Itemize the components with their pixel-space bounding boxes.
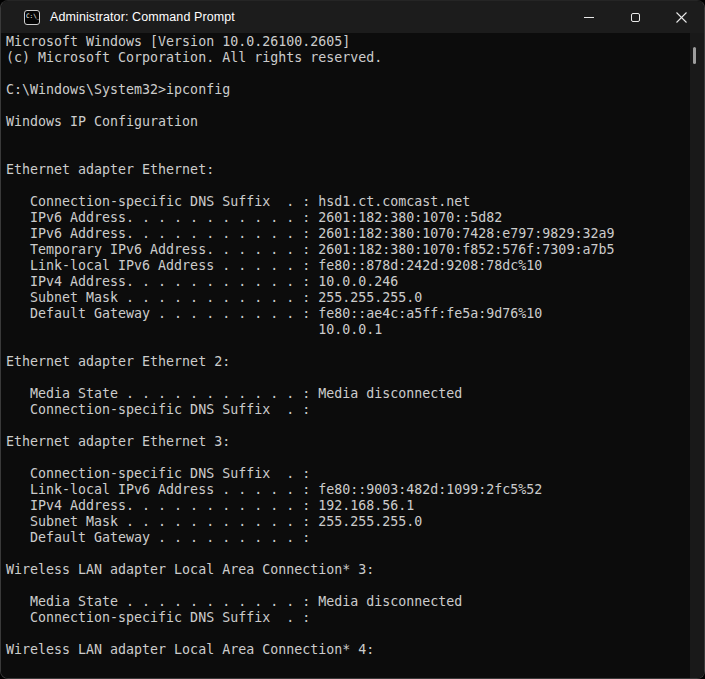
terminal-line [6, 370, 688, 386]
terminal-line [6, 146, 688, 162]
terminal-line [6, 418, 688, 434]
minimize-icon [584, 17, 594, 18]
scrollbar-thumb[interactable] [693, 47, 696, 64]
terminal-line: Subnet Mask . . . . . . . . . . . : 255.… [6, 290, 688, 306]
terminal-line: Media State . . . . . . . . . . . : Medi… [6, 594, 688, 610]
terminal-line: Windows IP Configuration [6, 114, 688, 130]
command-prompt-window: C:\_ Administrator: Command Prompt Micro… [0, 0, 705, 679]
terminal-line: Link-local IPv6 Address . . . . . : fe80… [6, 482, 688, 498]
terminal-line: Link-local IPv6 Address . . . . . : fe80… [6, 258, 688, 274]
terminal-line [6, 66, 688, 82]
terminal-output[interactable]: Microsoft Windows [Version 10.0.26100.26… [1, 33, 704, 658]
terminal-line: Ethernet adapter Ethernet: [6, 162, 688, 178]
terminal-line: Ethernet adapter Ethernet 2: [6, 354, 688, 370]
terminal-line: Wireless LAN adapter Local Area Connecti… [6, 642, 688, 658]
terminal-line: Subnet Mask . . . . . . . . . . . : 255.… [6, 514, 688, 530]
maximize-icon [631, 13, 640, 22]
cmd-icon[interactable]: C:\_ [24, 10, 40, 25]
terminal-line: Temporary IPv6 Address. . . . . . : 2601… [6, 242, 688, 258]
scrollbar[interactable] [690, 33, 704, 678]
terminal-line [6, 450, 688, 466]
window-controls [566, 1, 704, 33]
minimize-button[interactable] [566, 1, 612, 33]
terminal-line: IPv4 Address. . . . . . . . . . . : 10.0… [6, 274, 688, 290]
terminal-line: Ethernet adapter Ethernet 3: [6, 434, 688, 450]
terminal-line: Default Gateway . . . . . . . . . : fe80… [6, 306, 688, 322]
terminal-line: IPv6 Address. . . . . . . . . . . : 2601… [6, 210, 688, 226]
window-title: Administrator: Command Prompt [50, 10, 235, 24]
terminal-line: Connection-specific DNS Suffix . : [6, 402, 688, 418]
maximize-button[interactable] [612, 1, 658, 33]
close-button[interactable] [658, 1, 704, 33]
terminal-line: Media State . . . . . . . . . . . : Medi… [6, 386, 688, 402]
terminal-line [6, 338, 688, 354]
terminal-line: 10.0.0.1 [6, 322, 688, 338]
terminal-line [6, 546, 688, 562]
terminal-line [6, 130, 688, 146]
terminal-line: IPv6 Address. . . . . . . . . . . : 2601… [6, 226, 688, 242]
terminal-line: IPv4 Address. . . . . . . . . . . : 192.… [6, 498, 688, 514]
terminal-line: Default Gateway . . . . . . . . . : [6, 530, 688, 546]
terminal-line: Connection-specific DNS Suffix . : [6, 610, 688, 626]
terminal-line [6, 98, 688, 114]
terminal-line: Connection-specific DNS Suffix . : hsd1.… [6, 194, 688, 210]
terminal-line: C:\Windows\System32>ipconfig [6, 82, 688, 98]
terminal-line [6, 178, 688, 194]
terminal-line: Wireless LAN adapter Local Area Connecti… [6, 562, 688, 578]
terminal-line: Connection-specific DNS Suffix . : [6, 466, 688, 482]
title-bar[interactable]: C:\_ Administrator: Command Prompt [1, 1, 704, 33]
terminal-line: Microsoft Windows [Version 10.0.26100.26… [6, 34, 688, 50]
terminal-line: (c) Microsoft Corporation. All rights re… [6, 50, 688, 66]
close-icon [676, 12, 687, 23]
terminal-line [6, 626, 688, 642]
terminal-line [6, 578, 688, 594]
terminal: Microsoft Windows [Version 10.0.26100.26… [1, 33, 704, 678]
